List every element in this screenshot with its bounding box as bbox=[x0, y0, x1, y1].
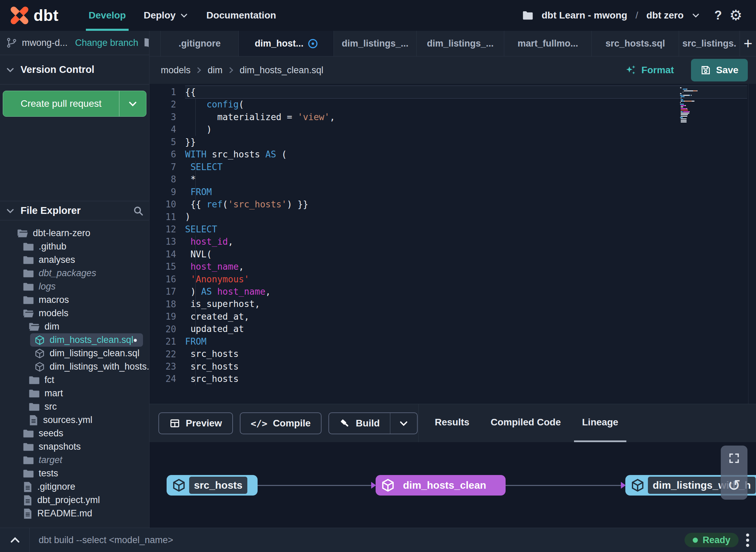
editor-minimap[interactable] bbox=[680, 87, 701, 123]
code-token: src_hosts bbox=[185, 349, 239, 359]
code-line[interactable]: ) bbox=[185, 210, 747, 223]
tree-item[interactable]: dbt_packages bbox=[0, 267, 149, 280]
tree-item[interactable]: seeds bbox=[0, 427, 149, 440]
file-tab[interactable]: .gitignore bbox=[161, 31, 239, 56]
floppy-disk-icon bbox=[700, 65, 711, 76]
file-tab[interactable]: dim_host... bbox=[239, 31, 334, 56]
lineage-node[interactable]: dim_hosts_clean bbox=[376, 475, 506, 496]
breadcrumb-item[interactable]: dim bbox=[208, 65, 223, 76]
chevron-down-icon[interactable] bbox=[691, 11, 701, 20]
project-account[interactable]: dbt Learn - mwong bbox=[542, 10, 627, 21]
code-line[interactable]: 'Anonymous' bbox=[185, 273, 747, 285]
breadcrumb-item[interactable]: dim_hosts_clean.sql bbox=[240, 65, 324, 76]
build-button-main[interactable]: Build bbox=[329, 413, 390, 434]
compile-button-main[interactable]: </>Compile bbox=[240, 413, 321, 434]
tree-item[interactable]: README.md bbox=[0, 507, 149, 520]
nav-item-documentation[interactable]: Documentation bbox=[197, 0, 285, 31]
minimap-seg bbox=[683, 89, 687, 90]
new-tab-button[interactable]: + bbox=[740, 31, 756, 56]
build-dropdown-button[interactable] bbox=[390, 413, 417, 434]
panel-tab-compiled-code[interactable]: Compiled Code bbox=[482, 404, 569, 442]
editor-scrollbar[interactable] bbox=[748, 84, 748, 404]
change-branch-link[interactable]: Change branch bbox=[75, 38, 139, 48]
minimap-seg bbox=[697, 90, 698, 91]
project-name[interactable]: dbt zero bbox=[646, 10, 683, 21]
tree-item[interactable]: dim_hosts_clean.sql bbox=[0, 333, 149, 347]
code-editor[interactable]: 123456789101112131415161718192021222324 … bbox=[149, 84, 756, 404]
code-line[interactable]: NVL( bbox=[185, 248, 747, 260]
tree-item[interactable]: dbt_project.yml bbox=[0, 493, 149, 507]
dbt-logo[interactable]: dbt bbox=[10, 5, 58, 25]
code-line[interactable]: src_hosts bbox=[185, 360, 747, 373]
help-icon[interactable]: ? bbox=[714, 8, 722, 23]
format-button[interactable]: Format bbox=[625, 64, 674, 76]
code-line[interactable]: is_superhost, bbox=[185, 298, 747, 310]
lineage-canvas[interactable]: src_hostsdim_hosts_cleandim_listings_wit… bbox=[149, 442, 756, 528]
settings-gear-icon[interactable]: ⚙ bbox=[729, 8, 742, 23]
code-token bbox=[185, 274, 191, 284]
code-line[interactable]: host_name, bbox=[185, 260, 747, 273]
tree-item[interactable]: snapshots bbox=[0, 440, 149, 453]
search-icon[interactable] bbox=[133, 205, 144, 216]
tree-item[interactable]: models bbox=[0, 307, 149, 320]
tree-item[interactable]: tests bbox=[0, 467, 149, 480]
code-line[interactable]: FROM bbox=[185, 335, 747, 348]
panel-tab-results[interactable]: Results bbox=[427, 404, 478, 442]
nav-item-develop[interactable]: Develop bbox=[80, 0, 135, 31]
kebab-menu-icon[interactable] bbox=[746, 534, 749, 547]
code-line[interactable]: {{ ref('src_hosts') }} bbox=[185, 198, 747, 210]
refresh-icon[interactable]: ↺ bbox=[728, 477, 741, 493]
tree-item[interactable]: .gitignore bbox=[0, 480, 149, 493]
tree-item[interactable]: src bbox=[0, 400, 149, 413]
file-tab[interactable]: dim_listings_... bbox=[417, 31, 504, 56]
code-line[interactable]: * bbox=[185, 173, 747, 185]
code-line[interactable]: SELECT bbox=[185, 223, 747, 235]
tree-item[interactable]: dim bbox=[0, 320, 149, 333]
branch-name[interactable]: mwong-d... bbox=[22, 38, 68, 48]
preview-button-main[interactable]: Preview bbox=[159, 413, 232, 434]
code-line[interactable]: SELECT bbox=[185, 161, 747, 173]
modified-indicator-icon bbox=[308, 39, 317, 48]
code-line[interactable]: updated_at bbox=[185, 323, 747, 335]
file-tab[interactable]: dim_listings_... bbox=[334, 31, 417, 56]
pr-dropdown-button[interactable] bbox=[119, 91, 146, 116]
code-line[interactable]: ) AS host_name, bbox=[185, 285, 747, 298]
file-explorer-header[interactable]: File Explorer bbox=[0, 201, 149, 220]
tree-item[interactable]: dim_listings_clean.sql bbox=[0, 347, 149, 360]
tree-item[interactable]: .github bbox=[0, 240, 149, 253]
save-button[interactable]: Save bbox=[691, 59, 748, 81]
tree-item[interactable]: dbt-learn-zero bbox=[0, 227, 149, 240]
code-line[interactable]: src_hosts bbox=[185, 373, 747, 385]
code-line[interactable]: {{ bbox=[185, 86, 747, 98]
code-content[interactable]: {{ config( materialized = 'view', )}}WIT… bbox=[185, 86, 747, 385]
code-line[interactable]: src_hosts bbox=[185, 348, 747, 360]
tree-item[interactable]: mart bbox=[0, 387, 149, 400]
tree-item[interactable]: logs bbox=[0, 280, 149, 293]
file-tab[interactable]: src_hosts.sql bbox=[592, 31, 679, 56]
code-line[interactable]: }} bbox=[185, 136, 747, 148]
nav-item-deploy[interactable]: Deploy bbox=[135, 0, 197, 31]
version-control-header[interactable]: Version Control bbox=[0, 55, 149, 85]
tree-item[interactable]: analyses bbox=[0, 253, 149, 267]
tree-item[interactable]: dim_listings_with_hosts... bbox=[0, 360, 149, 373]
tree-item[interactable]: macros bbox=[0, 293, 149, 307]
tree-item[interactable]: sources.yml bbox=[0, 413, 149, 427]
panel-tab-lineage[interactable]: Lineage bbox=[574, 404, 627, 442]
lineage-node[interactable]: src_hosts bbox=[167, 475, 258, 496]
code-line[interactable]: FROM bbox=[185, 186, 747, 198]
chevron-up-icon[interactable] bbox=[9, 534, 21, 546]
tree-item[interactable]: fct bbox=[0, 373, 149, 387]
tree-item[interactable]: target bbox=[0, 453, 149, 467]
file-tab[interactable]: src_listings. bbox=[679, 31, 740, 56]
code-line[interactable]: created_at, bbox=[185, 310, 747, 323]
file-tab[interactable]: mart_fullmo... bbox=[504, 31, 592, 56]
command-input[interactable]: dbt build --select <model_name> bbox=[39, 535, 173, 545]
code-line[interactable]: WITH src_hosts AS ( bbox=[185, 148, 747, 161]
code-line[interactable]: host_id, bbox=[185, 235, 747, 248]
fullscreen-icon[interactable] bbox=[728, 452, 740, 464]
code-line[interactable]: ) bbox=[185, 123, 747, 136]
code-line[interactable]: materialized = 'view', bbox=[185, 111, 747, 123]
breadcrumb-item[interactable]: models bbox=[161, 65, 191, 76]
create-pull-request-main[interactable]: Create pull request bbox=[3, 91, 119, 116]
code-line[interactable]: config( bbox=[185, 98, 747, 111]
